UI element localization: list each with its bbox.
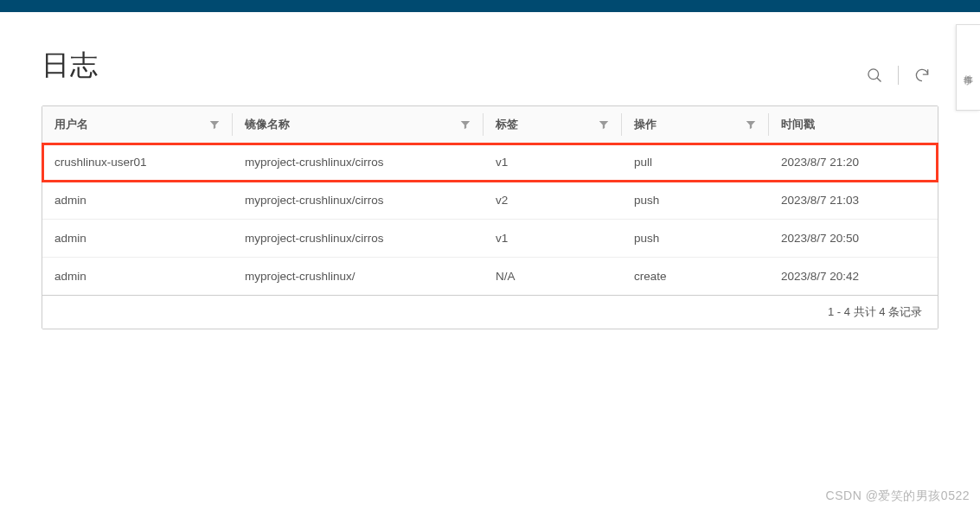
filter-icon — [208, 118, 221, 131]
cell-operation: create — [622, 258, 769, 296]
header-actions — [865, 66, 938, 85]
cell-operation: pull — [622, 144, 769, 182]
col-header-tag[interactable]: 标签 — [484, 106, 622, 144]
col-header-user[interactable]: 用户名 — [42, 106, 233, 144]
top-bar — [0, 0, 980, 12]
header-row: 日志 — [42, 47, 938, 85]
col-header-image[interactable]: 镜像名称 — [233, 106, 484, 144]
cell-tag: N/A — [484, 258, 622, 296]
cell-image: myproject-crushlinux/ — [233, 258, 484, 296]
table-row[interactable]: adminmyproject-crushlinux/cirrosv1push20… — [42, 220, 938, 258]
cell-image: myproject-crushlinux/cirros — [233, 182, 484, 220]
header-label-operation: 操作 — [634, 117, 657, 132]
svg-point-0 — [868, 69, 879, 80]
header-label-tag: 标签 — [496, 117, 518, 132]
cell-user: admin — [42, 182, 233, 220]
filter-icon — [745, 118, 757, 131]
svg-line-1 — [877, 78, 881, 82]
main-content: 日志 用户名 — [0, 12, 980, 347]
page-title: 日志 — [42, 47, 99, 85]
header-label-image: 镜像名称 — [245, 117, 290, 132]
cell-operation: push — [622, 182, 769, 220]
search-icon[interactable] — [865, 66, 884, 85]
header-label-timestamp: 时间戳 — [781, 117, 815, 132]
action-divider — [898, 66, 899, 85]
side-tab[interactable]: 事件 — [956, 24, 980, 111]
cell-tag: v2 — [484, 182, 622, 220]
table-body: crushlinux-user01myproject-crushlinux/ci… — [42, 144, 938, 296]
cell-timestamp: 2023/8/7 20:50 — [769, 220, 938, 258]
cell-user: crushlinux-user01 — [42, 144, 233, 182]
cell-user: admin — [42, 258, 233, 296]
col-header-timestamp[interactable]: 时间戳 — [769, 106, 938, 144]
table-footer: 1 - 4 共计 4 条记录 — [42, 295, 938, 329]
filter-icon — [598, 118, 610, 131]
cell-timestamp: 2023/8/7 20:42 — [769, 258, 938, 296]
table-row[interactable]: adminmyproject-crushlinux/N/Acreate2023/… — [42, 258, 938, 296]
cell-tag: v1 — [484, 220, 622, 258]
cell-timestamp: 2023/8/7 21:20 — [769, 144, 938, 182]
cell-image: myproject-crushlinux/cirros — [233, 220, 484, 258]
log-table-container: 用户名 镜像名称 标签 — [42, 105, 938, 329]
col-header-operation[interactable]: 操作 — [622, 106, 769, 144]
cell-image: myproject-crushlinux/cirros — [233, 144, 484, 182]
cell-timestamp: 2023/8/7 21:03 — [769, 182, 938, 220]
filter-icon — [459, 118, 471, 131]
table-row[interactable]: crushlinux-user01myproject-crushlinux/ci… — [42, 144, 938, 182]
watermark: CSDN @爱笑的男孩0522 — [826, 489, 970, 504]
header-label-user: 用户名 — [54, 117, 88, 132]
log-table: 用户名 镜像名称 标签 — [42, 106, 938, 295]
cell-tag: v1 — [484, 144, 622, 182]
cell-operation: push — [622, 220, 769, 258]
table-row[interactable]: adminmyproject-crushlinux/cirrosv2push20… — [42, 182, 938, 220]
refresh-icon[interactable] — [913, 66, 932, 85]
table-header-row: 用户名 镜像名称 标签 — [42, 106, 938, 144]
cell-user: admin — [42, 220, 233, 258]
